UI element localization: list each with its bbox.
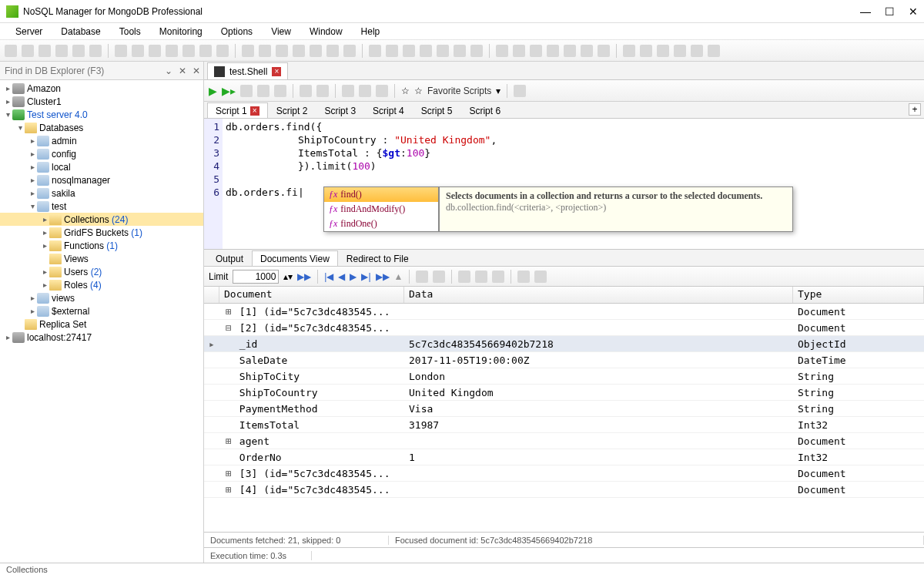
toolbar-icon[interactable] (115, 45, 127, 57)
expand-icon[interactable]: ▾ (3, 110, 12, 119)
documents-grid[interactable]: Document Data Type ⊞ [1] (id="5c7c3dc483… (204, 287, 924, 532)
script-tab[interactable]: Script 6 (460, 102, 509, 118)
toolbar-icon[interactable] (581, 45, 593, 57)
toolbar-icon[interactable] (708, 45, 720, 57)
add-icon[interactable] (416, 271, 428, 283)
expand-icon[interactable]: ▸ (3, 333, 12, 341)
nav-up-icon[interactable]: ▲ (394, 271, 403, 282)
expand-icon[interactable]: ▾ (28, 202, 37, 210)
add-script-tab-button[interactable]: + (909, 103, 921, 116)
close-button[interactable]: ✕ (909, 5, 918, 18)
toolbar-icon[interactable] (470, 45, 483, 57)
tree-node[interactable]: ▾test (0, 200, 203, 213)
view-icon[interactable] (492, 271, 504, 283)
grid-row[interactable]: ShipToCityLondonString (204, 368, 924, 385)
tool-icon[interactable] (342, 85, 354, 97)
tree-node[interactable]: ▸sakila (0, 187, 203, 200)
toolbar-icon[interactable] (89, 45, 102, 57)
toolbar-icon[interactable] (657, 45, 669, 57)
col-data[interactable]: Data (404, 287, 793, 303)
tree-node[interactable]: ▸views (0, 291, 203, 304)
toolbar-icon[interactable] (598, 45, 610, 57)
star-icon[interactable]: ☆ (414, 86, 423, 96)
expand-icon[interactable]: ▸ (28, 163, 37, 171)
output-tab[interactable]: Redirect to File (338, 250, 417, 266)
maximize-button[interactable]: ☐ (885, 5, 895, 18)
nav-next-icon[interactable]: ▶▶ (297, 271, 311, 282)
output-tab[interactable]: Documents View (252, 250, 338, 266)
limit-input[interactable] (233, 270, 279, 284)
toolbar-icon[interactable] (326, 45, 339, 57)
spinner-icon[interactable]: ▴▾ (283, 271, 293, 282)
menu-options[interactable]: Options (213, 25, 260, 39)
minimize-button[interactable]: — (860, 5, 871, 18)
tool-icon[interactable] (274, 85, 286, 97)
expand-icon[interactable]: ▸ (28, 150, 37, 158)
grid-row[interactable]: SaleDate2017-11-05T19:00:00ZDateTime (204, 352, 924, 368)
open-icon[interactable] (316, 85, 329, 97)
tree-node[interactable]: ▸Roles (4) (0, 278, 203, 291)
tree-node[interactable]: ▸local (0, 160, 203, 173)
autocomplete-item[interactable]: ƒxfindAndModify() (324, 202, 438, 217)
grid-row[interactable]: ⊞ [3] (id="5c7c3dc483545...Document (204, 465, 924, 482)
grid-row[interactable]: ⊞ [1] (id="5c7c3dc483545...Document (204, 304, 924, 320)
tool-icon[interactable] (359, 85, 371, 97)
toolbar-icon[interactable] (547, 45, 559, 57)
grid-row[interactable]: ⊞ agentDocument (204, 433, 924, 449)
expand-icon[interactable]: ▸ (28, 176, 37, 184)
tree-node[interactable]: ▸Users (2) (0, 265, 203, 278)
expand-icon[interactable]: ▸ (28, 189, 37, 197)
nav-first-icon[interactable]: |◀ (324, 271, 333, 282)
view-icon[interactable] (458, 271, 470, 283)
menu-window[interactable]: Window (302, 25, 350, 39)
toolbar-icon[interactable] (242, 45, 254, 57)
view-icon[interactable] (475, 271, 487, 283)
toolbar-icon[interactable] (72, 45, 85, 57)
toolbar-icon[interactable] (55, 45, 68, 57)
tree-node[interactable]: ▸Amazon (0, 82, 203, 95)
nav-last-icon[interactable]: ▶| (361, 271, 370, 282)
save-icon[interactable] (300, 85, 312, 97)
star-icon[interactable]: ☆ (401, 86, 410, 96)
toolbar-icon[interactable] (564, 45, 576, 57)
expand-icon[interactable]: ▸ (40, 281, 49, 289)
col-document[interactable]: Document (219, 287, 404, 303)
tree-node[interactable]: ▾Test server 4.0 (0, 108, 203, 121)
toolbar-icon[interactable] (259, 45, 271, 57)
script-tab[interactable]: Script 2 (268, 102, 316, 118)
gear-icon[interactable] (514, 85, 526, 97)
toolbar-icon[interactable] (182, 45, 195, 57)
tree-node[interactable]: ▸Collections (24) (0, 213, 203, 226)
menu-tools[interactable]: Tools (112, 25, 149, 39)
nav-next-icon[interactable]: ▶ (350, 271, 357, 282)
tree-node[interactable]: ▸$external (0, 304, 203, 318)
toolbar-icon[interactable] (513, 45, 525, 57)
tree-node[interactable]: Replica Set (0, 318, 203, 331)
find-input[interactable] (0, 66, 162, 76)
tree-node[interactable]: ▾Databases (0, 121, 203, 134)
toolbar-icon[interactable] (691, 45, 703, 57)
menu-database[interactable]: Database (53, 25, 108, 39)
nav-skip-icon[interactable]: ▶▶ (376, 271, 390, 282)
toolbar-icon[interactable] (310, 45, 322, 57)
col-type[interactable]: Type (793, 287, 924, 303)
grid-row[interactable]: ⊟ [2] (id="5c7c3dc483545...Document (204, 320, 924, 336)
tree-node[interactable]: ▸admin (0, 134, 203, 147)
code-editor[interactable]: 123456 db.orders.find({ ShipToCountry : … (204, 119, 924, 250)
toolbar-icon[interactable] (22, 45, 34, 57)
output-tab[interactable]: Output (207, 250, 252, 266)
run-step-button[interactable]: ▶▸ (222, 85, 236, 97)
close-script-icon[interactable]: × (250, 106, 259, 116)
close-tab-icon[interactable]: × (272, 67, 281, 76)
toolbar-icon[interactable] (454, 45, 466, 57)
toolbar-icon[interactable] (276, 45, 288, 57)
tree-node[interactable]: ▸config (0, 147, 203, 160)
gear-icon[interactable] (534, 271, 547, 283)
expand-icon[interactable]: ▸ (28, 136, 37, 145)
grid-row[interactable]: ▸ _id5c7c3dc483545669402b7218ObjectId (204, 336, 924, 352)
chevron-down-icon[interactable]: ▾ (496, 86, 500, 96)
tool-icon[interactable] (376, 85, 388, 97)
toolbar-icon[interactable] (149, 45, 161, 57)
toolbar-icon[interactable] (369, 45, 381, 57)
tool-icon[interactable] (257, 85, 270, 97)
